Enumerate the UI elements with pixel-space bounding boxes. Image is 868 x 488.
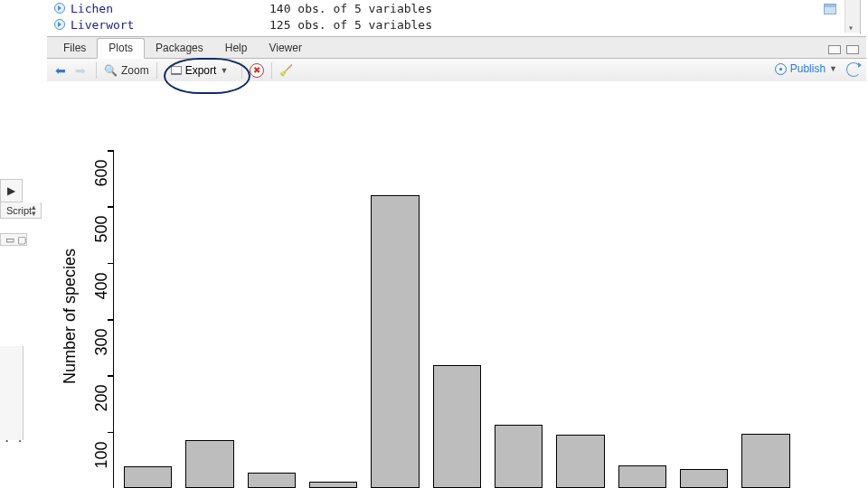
toolbar-separator: [271, 62, 272, 79]
bar: [741, 434, 789, 488]
env-row[interactable]: Liverwort 125 obs. of 5 variables: [47, 16, 860, 33]
left-pane-winmin-icon[interactable]: ▭ ▢: [0, 233, 27, 246]
clear-plots-button[interactable]: [279, 64, 293, 77]
plot-next-button[interactable]: ➡: [72, 62, 89, 79]
tab-help[interactable]: Help: [214, 39, 259, 58]
pane-window-controls: [828, 45, 859, 54]
plot-area: Number of species 0100200300400500600: [47, 81, 866, 488]
bar: [309, 482, 357, 488]
env-desc: 125 obs. of 5 variables: [269, 18, 432, 32]
env-scrollbar[interactable]: [844, 0, 860, 33]
env-name: Liverwort: [71, 18, 269, 32]
left-pane-play[interactable]: ▶: [0, 179, 23, 202]
refresh-button[interactable]: [846, 62, 861, 77]
toolbar-separator: [156, 62, 157, 79]
play-icon: ▶: [7, 184, 15, 197]
dataframe-icon: [54, 3, 65, 14]
y-tick-label: 600: [92, 160, 111, 214]
zoom-button[interactable]: Zoom: [104, 64, 149, 77]
updown-icon: ▴▾: [32, 204, 35, 217]
plots-toolbar: ⬅ ➡ Zoom Export ▼ ✖ Publish ▼: [47, 59, 866, 82]
pane-tabs: Files Plots Packages Help Viewer: [47, 37, 866, 59]
zoom-icon: [104, 64, 118, 77]
export-icon: [171, 66, 182, 75]
bar: [618, 465, 666, 488]
bar: [248, 473, 296, 488]
chart-box: [113, 150, 854, 488]
bar: [495, 425, 542, 488]
env-name: Lichen: [71, 2, 269, 15]
toolbar-separator: [96, 62, 97, 79]
publish-icon: [775, 63, 787, 75]
toolbar-separator: [241, 62, 242, 79]
bar: [556, 435, 604, 488]
bar: [371, 195, 419, 488]
dataframe-icon: [54, 19, 65, 30]
y-tick-label: 200: [92, 385, 111, 439]
y-tick-label: 100: [92, 441, 111, 488]
y-tick-label: 400: [92, 272, 111, 326]
pane-maximize-icon[interactable]: [846, 45, 859, 54]
pane-minimize-icon[interactable]: [828, 45, 841, 54]
export-button[interactable]: Export ▼: [165, 61, 235, 80]
y-tick-label: 500: [92, 216, 111, 270]
env-row[interactable]: Lichen 140 obs. of 5 variables: [47, 0, 860, 16]
chevron-down-icon: ▼: [829, 64, 837, 73]
bar: [680, 469, 728, 488]
remove-plot-button[interactable]: ✖: [250, 63, 264, 78]
plot-prev-button[interactable]: ⬅: [52, 62, 69, 79]
chevron-down-icon: ▼: [220, 66, 228, 75]
publish-button[interactable]: Publish ▼: [775, 62, 837, 75]
tab-viewer[interactable]: Viewer: [258, 39, 312, 58]
tab-files[interactable]: Files: [52, 39, 97, 58]
env-desc: 140 obs. of 5 variables: [269, 2, 432, 15]
spreadsheet-icon[interactable]: [824, 4, 836, 14]
environment-pane: Lichen 140 obs. of 5 variables Liverwort…: [47, 0, 861, 34]
console-prompt-dots: . .: [4, 432, 24, 445]
left-pane-script-label[interactable]: Script ▴▾: [0, 202, 42, 219]
tab-plots[interactable]: Plots: [97, 38, 145, 59]
y-tick-label: 300: [92, 329, 111, 383]
bar: [185, 440, 233, 488]
tab-packages[interactable]: Packages: [145, 39, 214, 58]
bar: [433, 365, 481, 488]
bar: [124, 466, 172, 488]
left-pane-scrollbar[interactable]: [0, 346, 24, 440]
